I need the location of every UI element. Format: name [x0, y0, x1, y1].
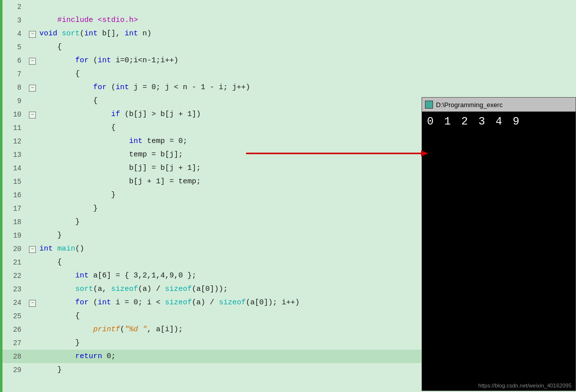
function-name: sort [62, 29, 80, 38]
collapse-btn[interactable]: − [29, 300, 36, 307]
line-number: 7 [2, 67, 27, 81]
line-number: 22 [2, 269, 27, 282]
gutter [27, 13, 37, 27]
code-line: { [37, 40, 576, 54]
line-number: 16 [2, 188, 27, 202]
line-number: 8 [2, 81, 27, 94]
string-literal: "%d " [125, 325, 147, 334]
keyword: void [39, 29, 57, 38]
function-name: sizeof [165, 298, 192, 307]
gutter [27, 134, 37, 148]
gutter [27, 67, 37, 81]
gutter: − [27, 81, 37, 94]
gutter [27, 269, 37, 282]
line-number: 14 [2, 161, 27, 175]
gutter [27, 215, 37, 229]
code-line: #include <stdio.h> [37, 13, 576, 27]
table-row: 3 #include <stdio.h> [2, 13, 576, 27]
gutter [27, 121, 37, 134]
keyword: for [93, 83, 107, 92]
gutter [27, 94, 37, 108]
keyword: for [75, 298, 89, 307]
keyword: if [111, 110, 120, 119]
line-number: 6 [2, 54, 27, 67]
table-row: 7 { [2, 67, 576, 81]
keyword: int [39, 245, 53, 253]
gutter: − [27, 296, 37, 309]
table-row: 6 − for (int i=0;i<n-1;i++) [2, 54, 576, 67]
line-number: 19 [2, 229, 27, 242]
gutter [27, 256, 37, 269]
gutter [27, 309, 37, 323]
line-number: 12 [2, 134, 27, 148]
line-number: 25 [2, 309, 27, 323]
collapse-btn[interactable]: − [29, 112, 36, 119]
collapse-btn[interactable]: − [29, 85, 36, 92]
line-number: 24 [2, 296, 27, 309]
line-number: 15 [2, 175, 27, 188]
function-name: sizeof [165, 285, 192, 293]
terminal-footer: https://blog.csdn.net/weixin_40162095 [422, 381, 576, 391]
gutter: − [27, 27, 37, 40]
keyword: int [129, 137, 143, 145]
keyword: int [75, 271, 89, 280]
line-number: 3 [2, 13, 27, 27]
function-name: sizeof [111, 285, 138, 293]
line-number: 4 [2, 27, 27, 40]
line-number: 5 [2, 40, 27, 54]
gutter: − [27, 242, 37, 256]
terminal-body: 0 1 2 3 4 9 [422, 112, 576, 381]
code-line: for (int i=0;i<n-1;i++) [37, 54, 576, 67]
keyword: int [84, 29, 98, 38]
line-number: 9 [2, 94, 27, 108]
collapse-btn[interactable]: − [29, 58, 36, 65]
line-number: 17 [2, 202, 27, 215]
terminal-window: D:\Programming_exerc 0 1 2 3 4 9 https:/… [422, 97, 576, 391]
gutter [27, 40, 37, 54]
gutter [27, 336, 37, 350]
terminal-title: D:\Programming_exerc [436, 101, 503, 109]
keyword: return [75, 352, 102, 361]
gutter [27, 188, 37, 202]
line-number: 29 [2, 363, 27, 377]
gutter [27, 323, 37, 336]
code-line: { [37, 67, 576, 81]
line-number: 27 [2, 336, 27, 350]
line-number: 28 [2, 350, 27, 363]
line-number: 13 [2, 148, 27, 161]
line-number: 18 [2, 215, 27, 229]
line-number: 11 [2, 121, 27, 134]
keyword: int [98, 56, 111, 65]
collapse-btn[interactable]: − [29, 246, 36, 253]
line-number: 26 [2, 323, 27, 336]
keyword: for [75, 56, 89, 65]
line-number: 10 [2, 108, 27, 121]
preprocessor: #include <stdio.h> [57, 16, 138, 24]
gutter [27, 161, 37, 175]
gutter [27, 350, 37, 363]
gutter [27, 282, 37, 296]
terminal-output: 0 1 2 3 4 9 [427, 116, 571, 128]
keyword: int [125, 29, 138, 38]
code-line: void sort(int b[], int n) [37, 27, 576, 40]
code-line [37, 0, 576, 13]
line-number: 20 [2, 242, 27, 256]
gutter: − [27, 108, 37, 121]
collapse-btn[interactable]: − [29, 31, 36, 38]
gutter [27, 363, 37, 377]
line-number: 2 [2, 0, 27, 13]
gutter [27, 229, 37, 242]
line-number: 21 [2, 256, 27, 269]
code-line: for (int j = 0; j < n - 1 - i; j++) [37, 81, 576, 94]
table-row: 2 [2, 0, 576, 13]
keyword: int [98, 298, 111, 307]
function-name: sort [75, 285, 93, 293]
table-row: 8 − for (int j = 0; j < n - 1 - i; j++) [2, 81, 576, 94]
function-name: sizeof [219, 298, 246, 307]
gutter [27, 0, 37, 13]
gutter: − [27, 54, 37, 67]
gutter [27, 148, 37, 161]
gutter [27, 175, 37, 188]
string-function: printf [93, 325, 120, 334]
code-editor: 2 3 #include <stdio.h> 4 − void sort(int… [2, 0, 576, 392]
